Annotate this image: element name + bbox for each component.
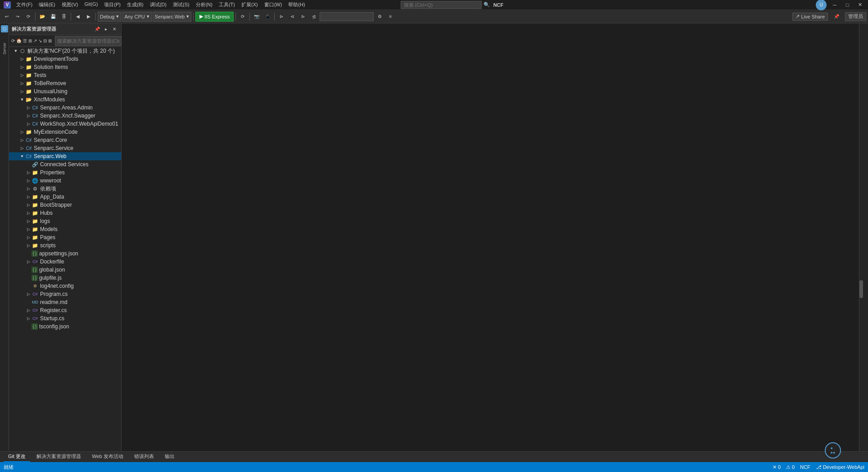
menu-extensions[interactable]: 扩展(X) [239, 0, 261, 9]
panel-tb-btn6[interactable]: ↘ [38, 36, 42, 46]
tree-item-hubs[interactable]: ▷ 📁 Hubs [9, 209, 121, 217]
tree-item-readme[interactable]: MD readme.md [9, 298, 121, 306]
debug-config-dropdown[interactable]: Debug ▾ [98, 12, 121, 22]
tree-item-unusualusing[interactable]: ▷ 📁 UnusualUsing [9, 87, 121, 95]
tree-item-models[interactable]: ▷ 📁 Models [9, 225, 121, 233]
panel-arrow-button[interactable]: ▸ [102, 25, 110, 33]
tree-item-pages[interactable]: ▷ 📁 Pages [9, 233, 121, 241]
scroll-thumb[interactable] [859, 280, 863, 298]
redo-button[interactable]: ↪ [13, 12, 23, 22]
tree-item-logs[interactable]: ▷ 📁 logs [9, 217, 121, 225]
tree-item-toberemove[interactable]: ▷ 📁 ToBeRemove [9, 79, 121, 87]
menu-help[interactable]: 帮助(H) [285, 0, 307, 9]
tree-item-devtools[interactable]: ▷ 📁 DevelopmentTools [9, 55, 121, 63]
menu-file[interactable]: 文件(F) [14, 0, 35, 9]
menu-view[interactable]: 视图(V) [59, 0, 81, 9]
menu-window[interactable]: 窗口(W) [262, 0, 285, 9]
manage-button[interactable]: 管理员 [845, 12, 866, 21]
panel-tb-btn3[interactable]: ☰ [23, 36, 27, 46]
menu-git[interactable]: Git(G) [81, 0, 100, 9]
device-button[interactable]: 📱 [262, 12, 272, 22]
unusualusing-folder-icon: 📁 [25, 88, 32, 95]
tree-item-solution-items[interactable]: ▷ 📁 Solution Items [9, 63, 121, 71]
menu-edit[interactable]: 编辑(E) [36, 0, 58, 9]
tree-root[interactable]: ▼ ⬡ 解决方案'NCF'(20 个项目，共 20 个) [9, 47, 121, 55]
tab-error-list[interactable]: 错误列表 [130, 452, 158, 462]
tree-item-register[interactable]: ▷ C# Register.cs [9, 306, 121, 314]
open-button[interactable]: 📂 [37, 12, 47, 22]
minimize-button[interactable]: ─ [830, 2, 839, 8]
tab-git-changes[interactable]: Git 更改 [4, 452, 30, 462]
close-button[interactable]: ✕ [855, 2, 864, 8]
properties-icon: 📁 [32, 169, 39, 176]
panel-tb-btn1[interactable]: ⟳ [11, 36, 15, 46]
nav-btn4[interactable]: ⊴ [309, 12, 319, 22]
tree-item-global-json[interactable]: { } global.json [9, 266, 121, 274]
tree-item-dockerfile[interactable]: ▷ C# Dockerfile [9, 258, 121, 266]
nav-btn1[interactable]: ⊳ [276, 12, 286, 22]
left-tab-icon[interactable]: ⬡ [1, 25, 8, 32]
tree-item-startup[interactable]: ▷ C# Startup.cs [9, 314, 121, 322]
menu-test[interactable]: 测试(S) [170, 0, 192, 9]
panel-tb-btn4[interactable]: ⊞ [28, 36, 32, 46]
menu-project[interactable]: 项目(P) [101, 0, 123, 9]
pin-button[interactable]: 📌 [832, 12, 841, 22]
panel-close-button[interactable]: ✕ [110, 25, 118, 33]
tree-item-admin[interactable]: ▷ C# Senparc.Areas.Admin [9, 104, 121, 112]
menu-build[interactable]: 生成(B) [124, 0, 146, 9]
tree-item-wwwroot[interactable]: ▷ 🌐 wwwroot [9, 177, 121, 185]
tree-item-bootstrapper[interactable]: ▷ 📁 BootStrapper [9, 201, 121, 209]
tree-item-app-data[interactable]: ▷ 📁 App_Data [9, 193, 121, 201]
save-all-button[interactable]: 🗄 [59, 12, 69, 22]
save-button[interactable]: 💾 [48, 12, 58, 22]
tree-item-scripts[interactable]: ▷ 📁 scripts [9, 241, 121, 250]
restore-button[interactable]: □ [843, 2, 852, 8]
solution-search-input[interactable] [55, 36, 122, 46]
nav-btn3[interactable]: ⊳ [298, 12, 308, 22]
tree-item-gulpfile[interactable]: { } gulpfile.js [9, 274, 121, 282]
nav-back-button[interactable]: ◀ [73, 12, 83, 22]
tab-solution-explorer[interactable]: 解决方案资源管理器 [32, 452, 86, 462]
panel-pin-button[interactable]: 📌 [93, 25, 101, 33]
tree-item-senparc-service[interactable]: ▷ C# Senparc.Service [9, 144, 121, 152]
myextension-expand-icon: ▷ [19, 129, 25, 135]
project-dropdown[interactable]: Senparc.Web ▾ [153, 12, 191, 22]
tree-item-appsettings[interactable]: { } appsettings.json [9, 250, 121, 258]
tree-item-connected-services[interactable]: 🔗 Connected Services [9, 160, 121, 168]
left-tab-server[interactable]: Server [1, 35, 8, 62]
tree-item-tsconfig[interactable]: { } tsconfig.json [9, 322, 121, 331]
refresh-button[interactable]: ⟳ [23, 12, 33, 22]
screenshot-button[interactable]: 📷 [252, 12, 262, 22]
settings-btn1[interactable]: ⚙ [375, 12, 384, 22]
search-input[interactable] [401, 1, 482, 9]
tree-item-xncfmodules[interactable]: ▼ 📂 XncfModules [9, 95, 121, 104]
nav-btn2[interactable]: ⊲ [287, 12, 297, 22]
tab-web-publish[interactable]: Web 发布活动 [87, 452, 127, 462]
tree-item-swagger[interactable]: ▷ C# Senparc.Xncf.Swagger [9, 112, 121, 120]
panel-tb-btn5[interactable]: ↗ [33, 36, 37, 46]
tree-item-senparc-core[interactable]: ▷ C# Senparc.Core [9, 136, 121, 144]
undo-button[interactable]: ↩ [2, 12, 12, 22]
tree-item-tests[interactable]: ▷ 📁 Tests [9, 71, 121, 79]
tree-item-log4net[interactable]: ⚙ log4net.config [9, 282, 121, 290]
platform-dropdown[interactable]: Any CPU ▾ [122, 12, 151, 22]
tree-item-workshop[interactable]: ▷ C# WorkShop.Xncf.WebApiDemo01 [9, 120, 121, 128]
tree-item-program[interactable]: ▷ C# Program.cs [9, 290, 121, 298]
menu-debug[interactable]: 调试(D) [147, 0, 169, 9]
location-input[interactable] [320, 12, 374, 21]
panel-tb-btn8[interactable]: ⊞ [48, 36, 52, 46]
panel-tb-btn7[interactable]: ⊟ [43, 36, 47, 46]
menu-tools[interactable]: 工具(T) [216, 0, 238, 9]
settings-btn2[interactable]: ≡ [385, 12, 395, 22]
nav-forward-button[interactable]: ▶ [84, 12, 94, 22]
tree-item-properties[interactable]: ▷ 📁 Properties [9, 168, 121, 177]
tree-item-myextension[interactable]: ▷ 📁 MyExtensionCode [9, 128, 121, 136]
tree-item-senparc-web[interactable]: ▼ C# Senparc.Web [9, 152, 121, 160]
refresh2-button[interactable]: ⟳ [238, 12, 248, 22]
tree-item-deps[interactable]: ▷ ⚙ 依赖项 [9, 185, 121, 193]
tab-output[interactable]: 输出 [160, 452, 179, 462]
live-share-button[interactable]: ↗ Live Share [792, 13, 828, 21]
run-button[interactable]: ▶ IIS Express [195, 12, 234, 22]
panel-tb-btn2[interactable]: 🏠 [16, 36, 22, 46]
menu-analyze[interactable]: 分析(N) [193, 0, 215, 9]
